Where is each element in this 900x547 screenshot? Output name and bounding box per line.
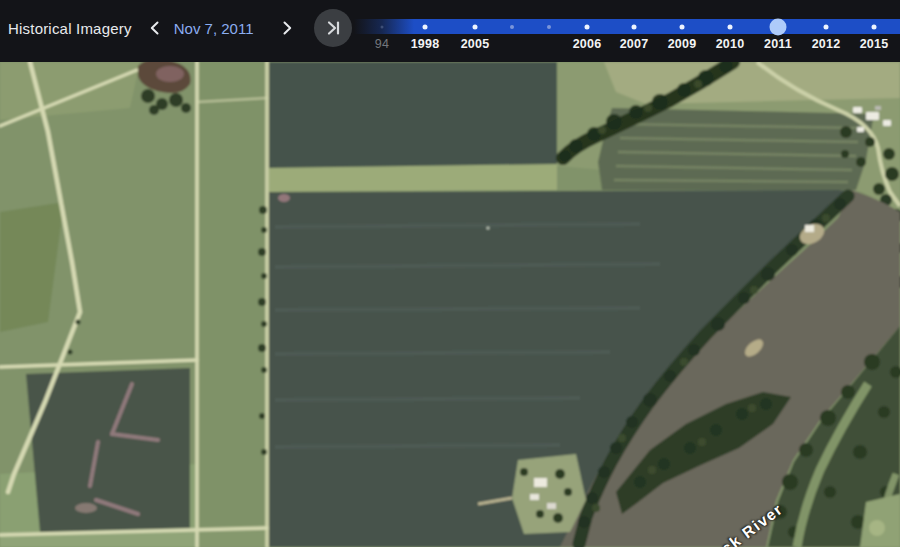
timeline-mark[interactable] — [473, 24, 478, 29]
timeline-year-label: 94 — [375, 37, 389, 51]
timeline[interactable]: 94199820052006200720092010201120122015 — [0, 0, 900, 62]
timeline-year-label: 2007 — [620, 37, 649, 51]
timeline-mark[interactable] — [824, 24, 829, 29]
timeline-year-label: 2009 — [668, 37, 697, 51]
timeline-mark[interactable] — [510, 25, 514, 29]
aerial-imagery — [0, 62, 900, 547]
timeline-mark[interactable] — [423, 24, 428, 29]
timeline-year-label: 2006 — [573, 37, 602, 51]
timeline-year-label: 2010 — [716, 37, 745, 51]
timeline-year-label: 1998 — [411, 37, 440, 51]
timeline-mark[interactable] — [585, 24, 590, 29]
timeline-year-label: 2015 — [860, 37, 889, 51]
timeline-marks: 94199820052006200720092010201120122015 — [0, 0, 900, 62]
timeline-year-label: 2011 — [764, 37, 792, 51]
timeline-mark-selected[interactable] — [770, 18, 787, 35]
map-viewport[interactable]: Rock River — [0, 62, 900, 547]
timeline-mark[interactable] — [632, 24, 637, 29]
timeline-year-label: 2005 — [461, 37, 490, 51]
timeline-year-label: 2012 — [812, 37, 841, 51]
timeline-mark[interactable] — [728, 24, 733, 29]
timeline-mark[interactable] — [872, 24, 877, 29]
timeline-mark[interactable] — [381, 25, 384, 28]
historical-imagery-toolbar: Historical Imagery Nov 7, 2011 — [0, 0, 900, 62]
timeline-mark[interactable] — [680, 24, 685, 29]
historical-imagery-view: Historical Imagery Nov 7, 2011 — [0, 0, 900, 547]
timeline-mark[interactable] — [547, 25, 551, 29]
